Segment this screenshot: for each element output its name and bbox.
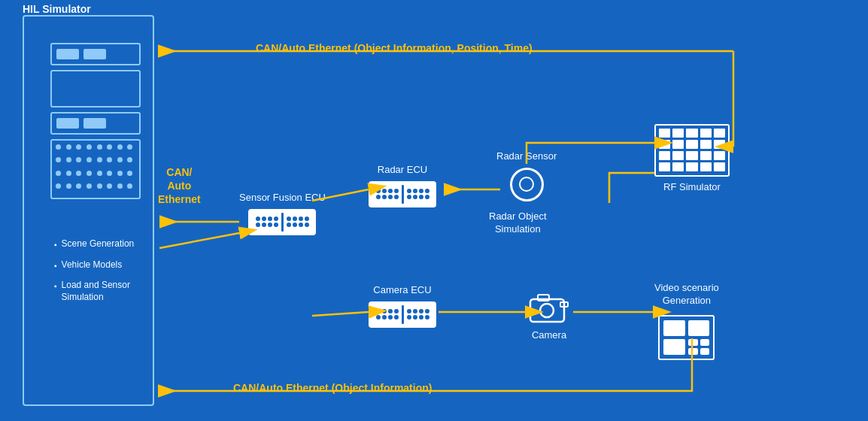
connector-pins-right: [407, 309, 429, 320]
hil-box: ▪ Scene Generation ▪ Vehicle Models ▪ Lo…: [23, 15, 154, 406]
dot: [86, 144, 92, 150]
pin: [376, 309, 381, 313]
server-slot-3: [56, 118, 79, 129]
dot: [127, 171, 132, 176]
video-cell-2: [688, 320, 710, 336]
rf-bar: [686, 129, 697, 138]
dot: [76, 171, 81, 176]
connector-pins-left: [376, 189, 399, 199]
video-cell-4a: [688, 339, 698, 346]
pin: [407, 189, 411, 193]
dot: [97, 157, 102, 162]
radar-ecu-icon: [369, 181, 436, 207]
radar-ecu-label: Radar ECU: [378, 164, 427, 177]
camera-ecu-component: Camera ECU: [369, 284, 436, 328]
bullet-2: ▪: [54, 261, 57, 271]
radar-sensor-icon: [510, 168, 544, 201]
video-cell-grid: [688, 339, 710, 355]
pin: [256, 217, 260, 221]
radar-sensor-component: Radar Sensor: [496, 150, 557, 201]
pin: [382, 195, 387, 199]
server-slot-1: [56, 49, 79, 59]
pin: [413, 309, 417, 313]
rf-bar: [714, 140, 725, 149]
video-cell-3: [663, 339, 685, 355]
server-unit-2: [50, 70, 141, 108]
dot: [97, 183, 102, 189]
camera-component: Camera: [527, 292, 572, 342]
dot: [117, 183, 123, 189]
pin: [293, 223, 297, 227]
pin: [388, 315, 393, 320]
rf-bar: [672, 151, 684, 160]
pin: [413, 195, 417, 199]
pin: [407, 195, 411, 199]
pin: [268, 223, 272, 227]
dot: [97, 144, 102, 150]
video-box-icon: [658, 315, 715, 360]
connector-pins-left: [376, 309, 399, 320]
list-item-scene: ▪ Scene Generation: [54, 238, 167, 250]
rf-bar: [714, 129, 725, 138]
camera-ecu-label: Camera ECU: [373, 284, 431, 297]
pin: [268, 217, 272, 221]
pin: [376, 195, 381, 199]
dot: [127, 144, 132, 150]
bullet-3: ▪: [54, 281, 57, 291]
pin: [287, 223, 291, 227]
pin: [382, 315, 387, 320]
pin: [262, 217, 266, 221]
dot: [97, 171, 102, 176]
dot: [66, 144, 71, 150]
rf-simulator-label: RF Simulator: [663, 181, 721, 194]
video-cell-1: [663, 320, 685, 336]
pin: [419, 189, 423, 193]
camera-label: Camera: [532, 329, 566, 342]
video-cell-4c: [688, 348, 698, 355]
rf-bar: [714, 151, 725, 160]
rf-bar: [659, 151, 670, 160]
dot: [76, 144, 81, 150]
pin: [425, 195, 429, 199]
sensor-fusion-component: Sensor Fusion ECU: [239, 192, 326, 235]
pin: [419, 309, 423, 313]
dot: [107, 171, 112, 176]
list-label-load: Load and Sensor Simulation: [62, 280, 167, 303]
pin: [287, 217, 291, 221]
sensor-fusion-ecu-icon: [248, 209, 316, 235]
pin: [413, 189, 417, 193]
diagram-container: HIL Simulator: [0, 0, 868, 421]
pin: [299, 223, 303, 227]
dot: [86, 157, 92, 162]
video-scenario-component: Video scenarioGeneration: [654, 282, 719, 360]
pin: [425, 309, 429, 313]
arrow-hil-to-fusion: [159, 233, 239, 248]
pin: [305, 217, 309, 221]
can-label-top: CAN/Auto Ethernet (Object Information, P…: [256, 42, 533, 54]
dot: [86, 171, 92, 176]
rf-bar: [686, 162, 697, 171]
dot: [56, 183, 61, 189]
sensor-fusion-label: Sensor Fusion ECU: [239, 192, 326, 204]
dot: [56, 157, 61, 162]
rf-bar: [672, 162, 684, 171]
pin: [419, 315, 423, 320]
rf-bar: [700, 151, 712, 160]
dot: [76, 183, 81, 189]
dot: [107, 183, 112, 189]
radar-sensor-label: Radar Sensor: [496, 150, 557, 163]
rf-bar: [700, 129, 712, 138]
pin: [305, 223, 309, 227]
connector-pins-right: [287, 217, 309, 227]
dot: [66, 183, 71, 189]
dot: [127, 183, 132, 189]
pin: [413, 315, 417, 320]
pin: [376, 315, 381, 320]
rf-bar: [659, 140, 670, 149]
video-cell-4b: [700, 339, 710, 346]
pin: [419, 195, 423, 199]
rf-bar: [686, 140, 697, 149]
rf-bar: [686, 151, 697, 160]
pin: [388, 195, 393, 199]
arrow-rf-to-radar-obj: [609, 173, 654, 203]
